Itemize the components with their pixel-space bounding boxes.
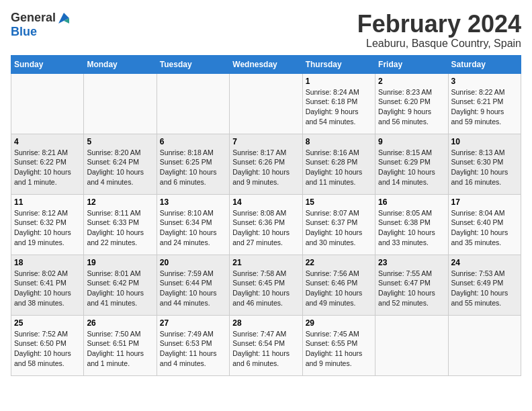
title-area: February 2024 Leaburu, Basque Country, S… — [357, 11, 521, 50]
day-info: Sunrise: 8:16 AM Sunset: 6:28 PM Dayligh… — [306, 148, 372, 187]
calendar-cell — [230, 73, 302, 134]
weekday-header-row: SundayMondayTuesdayWednesdayThursdayFrid… — [11, 55, 521, 73]
weekday-header-tuesday: Tuesday — [157, 55, 229, 73]
calendar-cell: 16Sunrise: 8:05 AM Sunset: 6:38 PM Dayli… — [375, 194, 448, 255]
calendar-cell: 6Sunrise: 8:18 AM Sunset: 6:25 PM Daylig… — [157, 134, 229, 194]
day-info: Sunrise: 7:56 AM Sunset: 6:46 PM Dayligh… — [306, 269, 372, 308]
day-info: Sunrise: 8:11 AM Sunset: 6:33 PM Dayligh… — [87, 208, 153, 248]
weekday-header-thursday: Thursday — [302, 55, 375, 73]
calendar-cell — [157, 73, 229, 134]
calendar-cell: 19Sunrise: 8:01 AM Sunset: 6:42 PM Dayli… — [84, 255, 157, 315]
day-number: 15 — [306, 197, 372, 207]
day-number: 3 — [451, 77, 518, 86]
calendar-cell: 25Sunrise: 7:52 AM Sunset: 6:50 PM Dayli… — [11, 315, 84, 375]
day-info: Sunrise: 8:20 AM Sunset: 6:24 PM Dayligh… — [87, 148, 153, 187]
day-number: 4 — [14, 137, 81, 146]
day-number: 29 — [306, 318, 372, 328]
day-info: Sunrise: 7:53 AM Sunset: 6:49 PM Dayligh… — [451, 269, 518, 308]
day-info: Sunrise: 8:04 AM Sunset: 6:40 PM Dayligh… — [451, 208, 518, 248]
week-row-4: 18Sunrise: 8:02 AM Sunset: 6:41 PM Dayli… — [11, 255, 521, 315]
day-number: 21 — [232, 258, 299, 267]
calendar-cell: 13Sunrise: 8:10 AM Sunset: 6:34 PM Dayli… — [157, 194, 229, 255]
day-number: 6 — [160, 137, 226, 146]
day-info: Sunrise: 8:15 AM Sunset: 6:29 PM Dayligh… — [378, 148, 445, 187]
day-number: 2 — [378, 77, 445, 86]
day-number: 9 — [378, 137, 445, 146]
day-number: 17 — [451, 197, 518, 207]
logo: General Blue — [11, 11, 71, 39]
calendar-cell — [84, 73, 157, 134]
calendar-cell: 23Sunrise: 7:55 AM Sunset: 6:47 PM Dayli… — [375, 255, 448, 315]
calendar-cell: 18Sunrise: 8:02 AM Sunset: 6:41 PM Dayli… — [11, 255, 84, 315]
day-number: 7 — [232, 137, 299, 146]
calendar-cell: 8Sunrise: 8:16 AM Sunset: 6:28 PM Daylig… — [302, 134, 375, 194]
day-number: 24 — [451, 258, 518, 267]
day-number: 27 — [160, 318, 226, 328]
day-number: 16 — [378, 197, 445, 207]
day-info: Sunrise: 8:07 AM Sunset: 6:37 PM Dayligh… — [306, 208, 372, 248]
day-number: 19 — [87, 258, 153, 267]
day-number: 25 — [14, 318, 81, 328]
day-info: Sunrise: 7:45 AM Sunset: 6:55 PM Dayligh… — [306, 329, 372, 369]
day-info: Sunrise: 7:47 AM Sunset: 6:54 PM Dayligh… — [232, 329, 299, 369]
calendar-cell — [11, 73, 84, 134]
day-number: 18 — [14, 258, 81, 267]
day-info: Sunrise: 7:50 AM Sunset: 6:51 PM Dayligh… — [87, 329, 153, 369]
calendar-cell: 22Sunrise: 7:56 AM Sunset: 6:46 PM Dayli… — [302, 255, 375, 315]
calendar-cell: 7Sunrise: 8:17 AM Sunset: 6:26 PM Daylig… — [230, 134, 302, 194]
calendar-cell: 29Sunrise: 7:45 AM Sunset: 6:55 PM Dayli… — [302, 315, 375, 375]
logo-general-text: General — [11, 11, 56, 25]
day-info: Sunrise: 7:49 AM Sunset: 6:53 PM Dayligh… — [160, 329, 226, 369]
calendar-cell: 26Sunrise: 7:50 AM Sunset: 6:51 PM Dayli… — [84, 315, 157, 375]
day-info: Sunrise: 7:52 AM Sunset: 6:50 PM Dayligh… — [14, 329, 81, 369]
day-number: 20 — [160, 258, 226, 267]
month-title: February 2024 — [357, 11, 521, 38]
day-number: 12 — [87, 197, 153, 207]
week-row-1: 1Sunrise: 8:24 AM Sunset: 6:18 PM Daylig… — [11, 73, 521, 134]
calendar-cell: 12Sunrise: 8:11 AM Sunset: 6:33 PM Dayli… — [84, 194, 157, 255]
day-info: Sunrise: 7:55 AM Sunset: 6:47 PM Dayligh… — [378, 269, 445, 308]
day-info: Sunrise: 8:01 AM Sunset: 6:42 PM Dayligh… — [87, 269, 153, 308]
day-info: Sunrise: 8:21 AM Sunset: 6:22 PM Dayligh… — [14, 148, 81, 187]
calendar-cell: 20Sunrise: 7:59 AM Sunset: 6:44 PM Dayli… — [157, 255, 229, 315]
header: General Blue February 2024 Leaburu, Basq… — [11, 11, 521, 50]
calendar-cell: 17Sunrise: 8:04 AM Sunset: 6:40 PM Dayli… — [448, 194, 521, 255]
calendar-cell: 27Sunrise: 7:49 AM Sunset: 6:53 PM Dayli… — [157, 315, 229, 375]
weekday-header-friday: Friday — [375, 55, 448, 73]
calendar-cell: 1Sunrise: 8:24 AM Sunset: 6:18 PM Daylig… — [302, 73, 375, 134]
day-info: Sunrise: 7:58 AM Sunset: 6:45 PM Dayligh… — [232, 269, 299, 308]
calendar-cell: 2Sunrise: 8:23 AM Sunset: 6:20 PM Daylig… — [375, 73, 448, 134]
day-info: Sunrise: 8:24 AM Sunset: 6:18 PM Dayligh… — [306, 87, 372, 127]
day-number: 23 — [378, 258, 445, 267]
calendar-cell: 3Sunrise: 8:22 AM Sunset: 6:21 PM Daylig… — [448, 73, 521, 134]
calendar-cell: 9Sunrise: 8:15 AM Sunset: 6:29 PM Daylig… — [375, 134, 448, 194]
weekday-header-saturday: Saturday — [448, 55, 521, 73]
day-info: Sunrise: 8:08 AM Sunset: 6:36 PM Dayligh… — [232, 208, 299, 248]
day-info: Sunrise: 8:17 AM Sunset: 6:26 PM Dayligh… — [232, 148, 299, 187]
week-row-3: 11Sunrise: 8:12 AM Sunset: 6:32 PM Dayli… — [11, 194, 521, 255]
weekday-header-monday: Monday — [84, 55, 157, 73]
day-number: 13 — [160, 197, 226, 207]
calendar-cell: 4Sunrise: 8:21 AM Sunset: 6:22 PM Daylig… — [11, 134, 84, 194]
day-info: Sunrise: 8:22 AM Sunset: 6:21 PM Dayligh… — [451, 87, 518, 127]
calendar-table: SundayMondayTuesdayWednesdayThursdayFrid… — [11, 55, 521, 376]
calendar-cell — [448, 315, 521, 375]
calendar-cell: 21Sunrise: 7:58 AM Sunset: 6:45 PM Dayli… — [230, 255, 302, 315]
day-number: 26 — [87, 318, 153, 328]
logo-icon — [57, 11, 71, 25]
day-info: Sunrise: 8:23 AM Sunset: 6:20 PM Dayligh… — [378, 87, 445, 127]
day-number: 10 — [451, 137, 518, 146]
calendar-cell: 24Sunrise: 7:53 AM Sunset: 6:49 PM Dayli… — [448, 255, 521, 315]
calendar-cell: 11Sunrise: 8:12 AM Sunset: 6:32 PM Dayli… — [11, 194, 84, 255]
location-title: Leaburu, Basque Country, Spain — [357, 38, 521, 50]
logo-blue-text: Blue — [11, 25, 37, 39]
day-info: Sunrise: 8:12 AM Sunset: 6:32 PM Dayligh… — [14, 208, 81, 248]
calendar-cell: 14Sunrise: 8:08 AM Sunset: 6:36 PM Dayli… — [230, 194, 302, 255]
day-number: 8 — [306, 137, 372, 146]
day-number: 11 — [14, 197, 81, 207]
calendar-cell: 10Sunrise: 8:13 AM Sunset: 6:30 PM Dayli… — [448, 134, 521, 194]
day-info: Sunrise: 8:18 AM Sunset: 6:25 PM Dayligh… — [160, 148, 226, 187]
day-info: Sunrise: 7:59 AM Sunset: 6:44 PM Dayligh… — [160, 269, 226, 308]
calendar-cell: 28Sunrise: 7:47 AM Sunset: 6:54 PM Dayli… — [230, 315, 302, 375]
calendar-cell: 15Sunrise: 8:07 AM Sunset: 6:37 PM Dayli… — [302, 194, 375, 255]
